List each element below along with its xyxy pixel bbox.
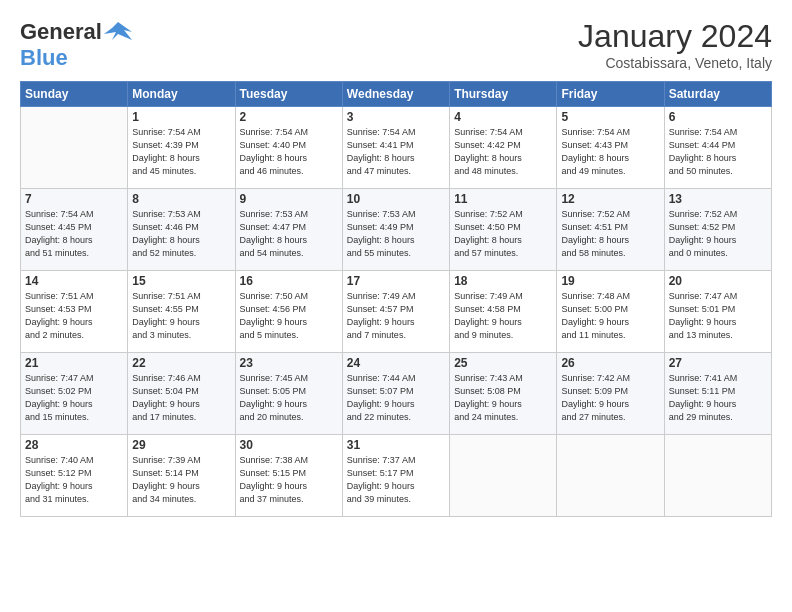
day-header-tuesday: Tuesday — [235, 82, 342, 107]
day-info: Sunrise: 7:53 AM Sunset: 4:47 PM Dayligh… — [240, 208, 338, 260]
day-number: 6 — [669, 110, 767, 124]
page: General Blue January 2024 Costabissara, … — [0, 0, 792, 612]
day-cell: 21Sunrise: 7:47 AM Sunset: 5:02 PM Dayli… — [21, 353, 128, 435]
day-cell: 8Sunrise: 7:53 AM Sunset: 4:46 PM Daylig… — [128, 189, 235, 271]
day-number: 29 — [132, 438, 230, 452]
day-number: 28 — [25, 438, 123, 452]
day-number: 14 — [25, 274, 123, 288]
day-number: 1 — [132, 110, 230, 124]
day-info: Sunrise: 7:54 AM Sunset: 4:43 PM Dayligh… — [561, 126, 659, 178]
day-number: 7 — [25, 192, 123, 206]
day-cell: 26Sunrise: 7:42 AM Sunset: 5:09 PM Dayli… — [557, 353, 664, 435]
day-info: Sunrise: 7:37 AM Sunset: 5:17 PM Dayligh… — [347, 454, 445, 506]
day-number: 5 — [561, 110, 659, 124]
day-cell: 31Sunrise: 7:37 AM Sunset: 5:17 PM Dayli… — [342, 435, 449, 517]
day-info: Sunrise: 7:43 AM Sunset: 5:08 PM Dayligh… — [454, 372, 552, 424]
day-number: 19 — [561, 274, 659, 288]
day-cell: 9Sunrise: 7:53 AM Sunset: 4:47 PM Daylig… — [235, 189, 342, 271]
day-cell: 29Sunrise: 7:39 AM Sunset: 5:14 PM Dayli… — [128, 435, 235, 517]
day-number: 15 — [132, 274, 230, 288]
day-number: 2 — [240, 110, 338, 124]
day-info: Sunrise: 7:40 AM Sunset: 5:12 PM Dayligh… — [25, 454, 123, 506]
day-cell: 20Sunrise: 7:47 AM Sunset: 5:01 PM Dayli… — [664, 271, 771, 353]
day-number: 13 — [669, 192, 767, 206]
day-cell: 24Sunrise: 7:44 AM Sunset: 5:07 PM Dayli… — [342, 353, 449, 435]
day-number: 20 — [669, 274, 767, 288]
day-info: Sunrise: 7:47 AM Sunset: 5:01 PM Dayligh… — [669, 290, 767, 342]
day-info: Sunrise: 7:52 AM Sunset: 4:51 PM Dayligh… — [561, 208, 659, 260]
header: General Blue January 2024 Costabissara, … — [20, 18, 772, 71]
svg-marker-0 — [104, 22, 132, 40]
day-cell: 23Sunrise: 7:45 AM Sunset: 5:05 PM Dayli… — [235, 353, 342, 435]
week-row-1: 1Sunrise: 7:54 AM Sunset: 4:39 PM Daylig… — [21, 107, 772, 189]
day-cell: 10Sunrise: 7:53 AM Sunset: 4:49 PM Dayli… — [342, 189, 449, 271]
day-number: 4 — [454, 110, 552, 124]
day-cell: 3Sunrise: 7:54 AM Sunset: 4:41 PM Daylig… — [342, 107, 449, 189]
day-info: Sunrise: 7:54 AM Sunset: 4:45 PM Dayligh… — [25, 208, 123, 260]
day-number: 26 — [561, 356, 659, 370]
day-number: 30 — [240, 438, 338, 452]
day-info: Sunrise: 7:53 AM Sunset: 4:49 PM Dayligh… — [347, 208, 445, 260]
day-cell — [21, 107, 128, 189]
day-info: Sunrise: 7:41 AM Sunset: 5:11 PM Dayligh… — [669, 372, 767, 424]
day-info: Sunrise: 7:52 AM Sunset: 4:52 PM Dayligh… — [669, 208, 767, 260]
day-header-thursday: Thursday — [450, 82, 557, 107]
day-number: 8 — [132, 192, 230, 206]
day-info: Sunrise: 7:49 AM Sunset: 4:58 PM Dayligh… — [454, 290, 552, 342]
day-cell: 13Sunrise: 7:52 AM Sunset: 4:52 PM Dayli… — [664, 189, 771, 271]
day-cell — [557, 435, 664, 517]
day-info: Sunrise: 7:45 AM Sunset: 5:05 PM Dayligh… — [240, 372, 338, 424]
day-info: Sunrise: 7:51 AM Sunset: 4:53 PM Dayligh… — [25, 290, 123, 342]
day-cell: 25Sunrise: 7:43 AM Sunset: 5:08 PM Dayli… — [450, 353, 557, 435]
day-number: 10 — [347, 192, 445, 206]
day-info: Sunrise: 7:54 AM Sunset: 4:40 PM Dayligh… — [240, 126, 338, 178]
day-cell: 6Sunrise: 7:54 AM Sunset: 4:44 PM Daylig… — [664, 107, 771, 189]
day-info: Sunrise: 7:42 AM Sunset: 5:09 PM Dayligh… — [561, 372, 659, 424]
day-info: Sunrise: 7:47 AM Sunset: 5:02 PM Dayligh… — [25, 372, 123, 424]
week-row-4: 21Sunrise: 7:47 AM Sunset: 5:02 PM Dayli… — [21, 353, 772, 435]
day-cell: 15Sunrise: 7:51 AM Sunset: 4:55 PM Dayli… — [128, 271, 235, 353]
calendar-table: SundayMondayTuesdayWednesdayThursdayFrid… — [20, 81, 772, 517]
day-cell: 30Sunrise: 7:38 AM Sunset: 5:15 PM Dayli… — [235, 435, 342, 517]
day-cell: 28Sunrise: 7:40 AM Sunset: 5:12 PM Dayli… — [21, 435, 128, 517]
logo: General Blue — [20, 18, 132, 70]
day-header-wednesday: Wednesday — [342, 82, 449, 107]
week-row-5: 28Sunrise: 7:40 AM Sunset: 5:12 PM Dayli… — [21, 435, 772, 517]
day-info: Sunrise: 7:53 AM Sunset: 4:46 PM Dayligh… — [132, 208, 230, 260]
day-info: Sunrise: 7:44 AM Sunset: 5:07 PM Dayligh… — [347, 372, 445, 424]
day-number: 17 — [347, 274, 445, 288]
day-number: 31 — [347, 438, 445, 452]
day-number: 18 — [454, 274, 552, 288]
day-header-sunday: Sunday — [21, 82, 128, 107]
day-info: Sunrise: 7:49 AM Sunset: 4:57 PM Dayligh… — [347, 290, 445, 342]
title-block: January 2024 Costabissara, Veneto, Italy — [578, 18, 772, 71]
day-number: 25 — [454, 356, 552, 370]
day-header-monday: Monday — [128, 82, 235, 107]
day-number: 21 — [25, 356, 123, 370]
logo-bird-icon — [104, 18, 132, 46]
day-number: 22 — [132, 356, 230, 370]
day-cell: 12Sunrise: 7:52 AM Sunset: 4:51 PM Dayli… — [557, 189, 664, 271]
logo-blue-text: Blue — [20, 45, 68, 70]
day-cell — [450, 435, 557, 517]
day-number: 24 — [347, 356, 445, 370]
day-header-saturday: Saturday — [664, 82, 771, 107]
day-info: Sunrise: 7:51 AM Sunset: 4:55 PM Dayligh… — [132, 290, 230, 342]
location-subtitle: Costabissara, Veneto, Italy — [578, 55, 772, 71]
day-info: Sunrise: 7:54 AM Sunset: 4:42 PM Dayligh… — [454, 126, 552, 178]
header-row: SundayMondayTuesdayWednesdayThursdayFrid… — [21, 82, 772, 107]
day-number: 16 — [240, 274, 338, 288]
day-cell: 16Sunrise: 7:50 AM Sunset: 4:56 PM Dayli… — [235, 271, 342, 353]
week-row-2: 7Sunrise: 7:54 AM Sunset: 4:45 PM Daylig… — [21, 189, 772, 271]
day-info: Sunrise: 7:54 AM Sunset: 4:39 PM Dayligh… — [132, 126, 230, 178]
day-info: Sunrise: 7:48 AM Sunset: 5:00 PM Dayligh… — [561, 290, 659, 342]
day-cell: 18Sunrise: 7:49 AM Sunset: 4:58 PM Dayli… — [450, 271, 557, 353]
day-cell: 1Sunrise: 7:54 AM Sunset: 4:39 PM Daylig… — [128, 107, 235, 189]
day-cell: 14Sunrise: 7:51 AM Sunset: 4:53 PM Dayli… — [21, 271, 128, 353]
day-number: 23 — [240, 356, 338, 370]
day-cell: 22Sunrise: 7:46 AM Sunset: 5:04 PM Dayli… — [128, 353, 235, 435]
day-cell: 19Sunrise: 7:48 AM Sunset: 5:00 PM Dayli… — [557, 271, 664, 353]
day-cell: 2Sunrise: 7:54 AM Sunset: 4:40 PM Daylig… — [235, 107, 342, 189]
day-info: Sunrise: 7:50 AM Sunset: 4:56 PM Dayligh… — [240, 290, 338, 342]
day-cell: 4Sunrise: 7:54 AM Sunset: 4:42 PM Daylig… — [450, 107, 557, 189]
